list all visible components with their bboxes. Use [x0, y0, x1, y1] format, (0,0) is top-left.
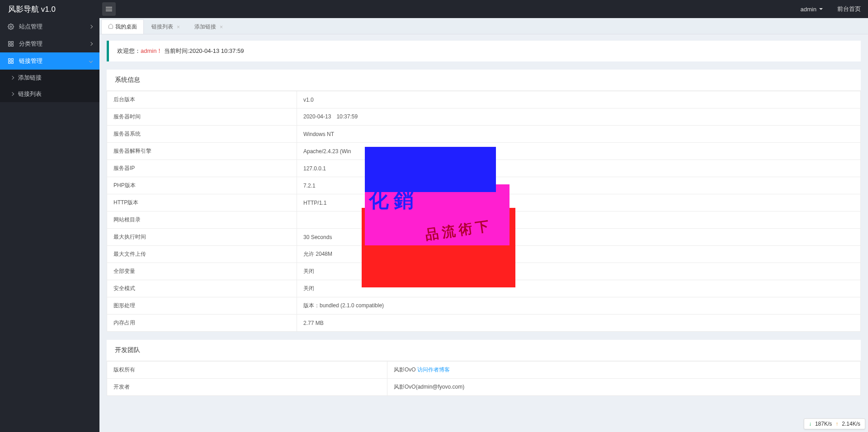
sidebar-item-label: 站点管理 — [19, 23, 42, 31]
row-value: 2020-04-13 10:37:59 — [297, 108, 861, 126]
row-label: HTTP版本 — [107, 194, 297, 211]
row-label: 安全模式 — [107, 280, 297, 297]
row-value: Windows NT — [297, 126, 861, 143]
category-icon — [7, 40, 14, 47]
svg-rect-1 — [9, 42, 10, 43]
sidebar-submenu-links: 添加链接 链接列表 — [0, 70, 99, 102]
header-bar: 风影导航 v1.0 admin 前台首页 — [0, 0, 868, 18]
tab-label: 我的桌面 — [115, 23, 137, 31]
grid-icon — [7, 57, 14, 65]
welcome-prefix: 欢迎您： — [117, 47, 141, 54]
panel-title: 开发团队 — [107, 340, 861, 361]
row-label: 图形处理 — [107, 297, 297, 315]
menu-toggle-button[interactable] — [102, 2, 116, 16]
dev-name: 风影OvO — [394, 366, 417, 373]
row-value: 风影OvO(admin@fyovo.com) — [387, 379, 861, 396]
sidebar-item-label: 链接管理 — [19, 57, 42, 65]
sidebar-item-category[interactable]: 分类管理 — [0, 35, 99, 52]
row-label: 网站根目录 — [107, 211, 297, 229]
table-row: 服务器时间2020-04-13 10:37:59 — [107, 108, 861, 126]
svg-rect-6 — [11, 59, 13, 61]
table-row: 内存占用2.77 MB — [107, 315, 861, 332]
row-label: 开发者 — [107, 379, 387, 396]
row-value: 2.77 MB — [297, 315, 861, 332]
sidebar-item-site[interactable]: 站点管理 — [0, 18, 99, 35]
svg-rect-7 — [9, 61, 10, 63]
row-label: PHP版本 — [107, 177, 297, 194]
welcome-time: 2020-04-13 10:37:59 — [189, 47, 244, 54]
blog-link[interactable]: 访问作者博客 — [417, 366, 450, 373]
download-speed: 187K/s — [815, 421, 832, 427]
svg-rect-2 — [11, 42, 13, 43]
tab-desktop[interactable]: 我的桌面 — [101, 19, 144, 34]
dev-team-panel: 开发团队 版权所有 风影OvO 访问作者博客 开发者 风影OvO(admin@f… — [107, 340, 861, 396]
chevron-right-icon — [89, 42, 93, 46]
table-row: 后台版本v1.0 — [107, 91, 861, 108]
row-value: v1.0 — [297, 91, 861, 108]
row-label: 最大执行时间 — [107, 229, 297, 246]
row-label: 内存占用 — [107, 315, 297, 332]
caret-down-icon — [819, 8, 823, 10]
app-logo: 风影导航 v1.0 — [0, 0, 99, 18]
tab-bar: 我的桌面 链接列表 × 添加链接 × — [99, 18, 868, 34]
sidebar-item-label: 分类管理 — [19, 40, 42, 48]
sidebar-sub-label: 添加链接 — [18, 74, 42, 82]
tab-link-list[interactable]: 链接列表 × — [145, 19, 187, 34]
row-value: 风影OvO 访问作者博客 — [387, 362, 861, 379]
chevron-right-icon — [89, 25, 93, 28]
row-label: 后台版本 — [107, 91, 297, 108]
front-page-link[interactable]: 前台首页 — [830, 0, 868, 18]
user-menu[interactable]: admin — [793, 0, 830, 18]
row-label: 服务器系统 — [107, 126, 297, 143]
row-label: 版权所有 — [107, 362, 387, 379]
tab-label: 链接列表 — [151, 23, 173, 31]
welcome-banner: 欢迎您：admin！ 当前时间:2020-04-13 10:37:59 — [107, 41, 861, 61]
home-icon — [108, 23, 113, 30]
table-row: 开发者 风影OvO(admin@fyovo.com) — [107, 379, 861, 396]
row-label: 全部变量 — [107, 263, 297, 280]
sidebar: 站点管理 分类管理 链接管理 添加链接 链接列表 — [0, 18, 99, 432]
tab-add-link[interactable]: 添加链接 × — [188, 19, 230, 34]
sidebar-item-links[interactable]: 链接管理 — [0, 52, 99, 70]
svg-rect-4 — [11, 44, 13, 46]
welcome-user: admin！ — [141, 47, 162, 54]
chevron-down-icon — [89, 59, 93, 63]
upload-icon: ↑ — [835, 421, 838, 427]
table-row: 版权所有 风影OvO 访问作者博客 — [107, 362, 861, 379]
sidebar-sub-label: 链接列表 — [18, 90, 42, 98]
table-row: 服务器系统Windows NT — [107, 126, 861, 143]
upload-speed: 2.14K/s — [842, 421, 860, 427]
row-label: 服务器解释引擎 — [107, 143, 297, 160]
dev-team-table: 版权所有 风影OvO 访问作者博客 开发者 风影OvO(admin@fyovo.… — [107, 361, 861, 396]
svg-point-0 — [10, 26, 12, 28]
panel-title: 系统信息 — [107, 70, 861, 91]
tab-label: 添加链接 — [194, 23, 216, 31]
close-icon[interactable]: × — [220, 24, 223, 30]
network-widget: ↓187K/s ↑2.14K/s — [804, 418, 865, 429]
row-value: 版本：bundled (2.1.0 compatible) — [297, 297, 861, 315]
user-label: admin — [801, 6, 816, 13]
gear-icon — [7, 23, 14, 30]
welcome-time-prefix: 当前时间: — [164, 47, 189, 54]
close-icon[interactable]: × — [177, 24, 180, 30]
svg-rect-3 — [9, 44, 10, 46]
svg-rect-8 — [11, 61, 13, 63]
sidebar-sub-add-link[interactable]: 添加链接 — [0, 70, 99, 86]
redaction-overlay-blue — [365, 147, 496, 192]
svg-rect-5 — [9, 59, 10, 61]
download-icon: ↓ — [809, 421, 811, 427]
row-label: 服务器时间 — [107, 108, 297, 126]
sidebar-sub-link-list[interactable]: 链接列表 — [0, 86, 99, 102]
row-label: 最大文件上传 — [107, 246, 297, 263]
handwritten-mark-1: 化 銷 — [369, 187, 414, 214]
row-label: 服务器IP — [107, 160, 297, 177]
table-row: 图形处理版本：bundled (2.1.0 compatible) — [107, 297, 861, 315]
